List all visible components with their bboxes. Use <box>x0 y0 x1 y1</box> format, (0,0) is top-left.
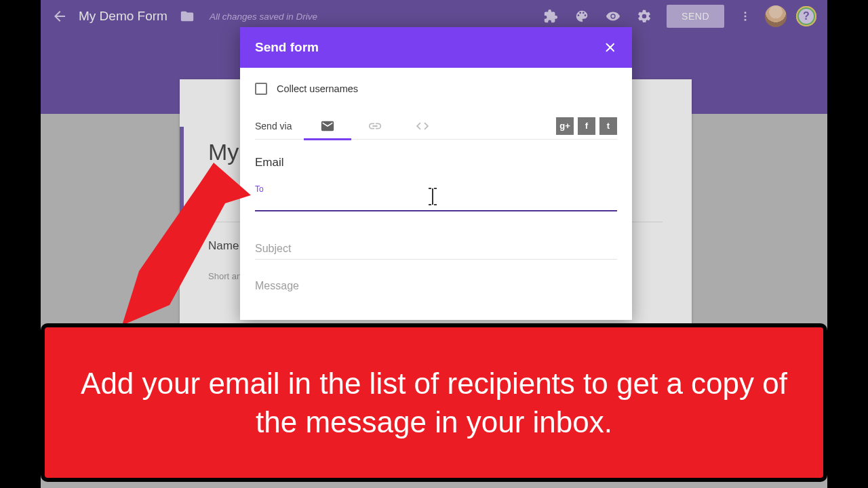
dialog-header: Send form <box>240 27 632 68</box>
help-icon[interactable]: ? <box>796 6 816 26</box>
subject-field[interactable]: Subject <box>255 243 617 260</box>
form-accent-bar <box>180 127 184 215</box>
question-title-fragment: Name <box>208 239 239 253</box>
collect-usernames-row[interactable]: Collect usernames <box>255 77 617 100</box>
tab-link[interactable] <box>351 113 399 140</box>
addons-icon[interactable] <box>543 9 558 24</box>
share-facebook-icon[interactable]: f <box>578 117 595 135</box>
folder-icon[interactable] <box>180 9 195 24</box>
email-icon <box>320 119 335 134</box>
share-googleplus-icon[interactable]: g+ <box>556 117 574 135</box>
instruction-text: Add your email in the list of recipients… <box>62 364 806 441</box>
tab-email[interactable] <box>304 113 351 140</box>
message-field[interactable]: Message <box>255 280 617 292</box>
message-placeholder: Message <box>255 280 299 291</box>
to-input[interactable] <box>255 194 617 211</box>
subject-placeholder: Subject <box>255 243 291 254</box>
link-icon <box>368 119 382 134</box>
more-vert-icon[interactable] <box>739 9 751 24</box>
embed-icon <box>415 119 430 134</box>
svg-point-1 <box>745 16 747 18</box>
form-desc-fragment: Form de <box>208 184 241 195</box>
send-via-tabs: Send via g+ f t <box>255 113 617 140</box>
preview-eye-icon[interactable] <box>606 9 620 24</box>
send-form-dialog: Send form Collect usernames Send via <box>240 27 632 320</box>
account-avatar[interactable] <box>765 5 787 27</box>
to-field[interactable]: To <box>255 184 617 211</box>
document-title[interactable]: My Demo Form <box>79 9 167 24</box>
close-icon[interactable] <box>604 41 617 54</box>
collect-usernames-label: Collect usernames <box>277 83 358 94</box>
svg-point-0 <box>745 12 747 14</box>
to-label: To <box>255 184 617 194</box>
svg-point-2 <box>745 19 747 21</box>
send-via-label: Send via <box>255 121 292 131</box>
question-type-fragment: Short an <box>208 271 241 281</box>
back-arrow-icon[interactable] <box>52 8 68 24</box>
tab-embed[interactable] <box>399 113 446 140</box>
send-button[interactable]: SEND <box>667 5 724 28</box>
form-title-fragment: My <box>208 139 239 165</box>
email-section-heading: Email <box>255 156 617 169</box>
save-status: All changes saved in Drive <box>210 12 317 22</box>
instruction-banner: Add your email in the list of recipients… <box>41 323 827 482</box>
settings-gear-icon[interactable] <box>637 9 652 24</box>
dialog-title: Send form <box>255 40 319 55</box>
collect-usernames-checkbox[interactable] <box>255 83 267 95</box>
share-twitter-icon[interactable]: t <box>599 117 617 135</box>
palette-icon[interactable] <box>574 9 589 24</box>
